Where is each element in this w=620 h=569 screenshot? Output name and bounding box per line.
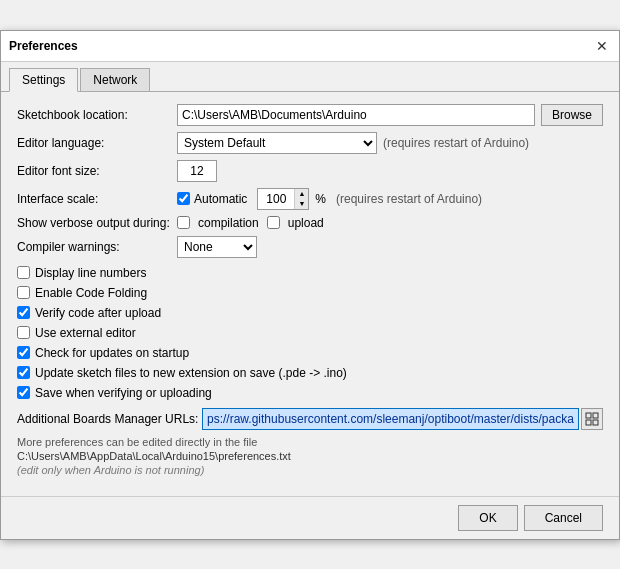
verbose-compilation-checkbox[interactable] (177, 216, 190, 229)
svg-rect-2 (586, 420, 591, 425)
cancel-button[interactable]: Cancel (524, 505, 603, 531)
update-sketch-checkbox[interactable] (17, 366, 30, 379)
compiler-warnings-select[interactable]: None Default More All (177, 236, 257, 258)
save-verify-checkbox[interactable] (17, 386, 30, 399)
verbose-upload-checkbox[interactable] (267, 216, 280, 229)
checkbox-enable-code-folding: Enable Code Folding (17, 286, 603, 300)
dialog-footer: OK Cancel (1, 496, 619, 539)
external-editor-checkbox[interactable] (17, 326, 30, 339)
sketchbook-input[interactable] (177, 104, 535, 126)
checkbox-display-line-numbers: Display line numbers (17, 266, 603, 280)
editor-language-label: Editor language: (17, 136, 177, 150)
enable-code-folding-checkbox[interactable] (17, 286, 30, 299)
boards-manager-button[interactable] (581, 408, 603, 430)
display-line-numbers-checkbox[interactable] (17, 266, 30, 279)
svg-rect-0 (586, 413, 591, 418)
editor-language-select[interactable]: System Default (177, 132, 377, 154)
interface-auto-checkbox[interactable] (177, 192, 190, 205)
info-section: More preferences can be edited directly … (17, 436, 603, 476)
spinner-down-btn[interactable]: ▼ (294, 199, 308, 209)
checkbox-verify-code: Verify code after upload (17, 306, 603, 320)
info-line3: (edit only when Arduino is not running) (17, 464, 603, 476)
dialog-title: Preferences (9, 39, 78, 53)
verify-code-checkbox[interactable] (17, 306, 30, 319)
checkbox-save-verify: Save when verifying or uploading (17, 386, 603, 400)
close-button[interactable]: ✕ (593, 37, 611, 55)
boards-manager-icon (585, 412, 599, 426)
interface-scale-row: Interface scale: Automatic ▲ ▼ % (requir… (17, 188, 603, 210)
verbose-label: Show verbose output during: (17, 216, 177, 230)
spinner-up-btn[interactable]: ▲ (294, 189, 308, 199)
compiler-warnings-label: Compiler warnings: (17, 240, 177, 254)
interface-scale-label: Interface scale: (17, 192, 177, 206)
boards-manager-label: Additional Boards Manager URLs: (17, 412, 202, 426)
verbose-compilation-label: compilation (198, 216, 259, 230)
checkboxes-section: Display line numbers Enable Code Folding… (17, 266, 603, 400)
title-bar: Preferences ✕ (1, 31, 619, 62)
compiler-warnings-row: Compiler warnings: None Default More All (17, 236, 603, 258)
interface-scale-controls: Automatic ▲ ▼ % (requires restart of Ard… (177, 188, 482, 210)
percent-input[interactable] (258, 189, 294, 209)
percent-spinner: ▲ ▼ (257, 188, 309, 210)
checkbox-external-editor: Use external editor (17, 326, 603, 340)
info-line1: More preferences can be edited directly … (17, 436, 603, 448)
interface-auto-label: Automatic (194, 192, 247, 206)
checkbox-check-updates: Check for updates on startup (17, 346, 603, 360)
percent-symbol: % (315, 192, 326, 206)
display-line-numbers-label: Display line numbers (35, 266, 146, 280)
tab-network[interactable]: Network (80, 68, 150, 91)
verify-code-label: Verify code after upload (35, 306, 161, 320)
sketchbook-label: Sketchbook location: (17, 108, 177, 122)
update-sketch-label: Update sketch files to new extension on … (35, 366, 347, 380)
verbose-row: Show verbose output during: compilation … (17, 216, 603, 230)
editor-font-label: Editor font size: (17, 164, 177, 178)
check-updates-checkbox[interactable] (17, 346, 30, 359)
tabs-bar: Settings Network (1, 62, 619, 92)
external-editor-label: Use external editor (35, 326, 136, 340)
browse-button[interactable]: Browse (541, 104, 603, 126)
svg-rect-1 (593, 413, 598, 418)
tab-settings[interactable]: Settings (9, 68, 78, 92)
editor-font-row: Editor font size: (17, 160, 603, 182)
boards-manager-input[interactable] (202, 408, 579, 430)
preferences-dialog: Preferences ✕ Settings Network Sketchboo… (0, 30, 620, 540)
boards-manager-row: Additional Boards Manager URLs: (17, 408, 603, 430)
enable-code-folding-label: Enable Code Folding (35, 286, 147, 300)
ok-button[interactable]: OK (458, 505, 517, 531)
info-line2: C:\Users\AMB\AppData\Local\Arduino15\pre… (17, 450, 603, 462)
verbose-upload-label: upload (288, 216, 324, 230)
settings-panel: Sketchbook location: Browse Editor langu… (1, 92, 619, 488)
editor-language-note: (requires restart of Arduino) (383, 136, 529, 150)
interface-note: (requires restart of Arduino) (336, 192, 482, 206)
checkbox-update-sketch: Update sketch files to new extension on … (17, 366, 603, 380)
save-verify-label: Save when verifying or uploading (35, 386, 212, 400)
editor-language-row: Editor language: System Default (require… (17, 132, 603, 154)
editor-font-input[interactable] (177, 160, 217, 182)
sketchbook-row: Sketchbook location: Browse (17, 104, 603, 126)
svg-rect-3 (593, 420, 598, 425)
check-updates-label: Check for updates on startup (35, 346, 189, 360)
